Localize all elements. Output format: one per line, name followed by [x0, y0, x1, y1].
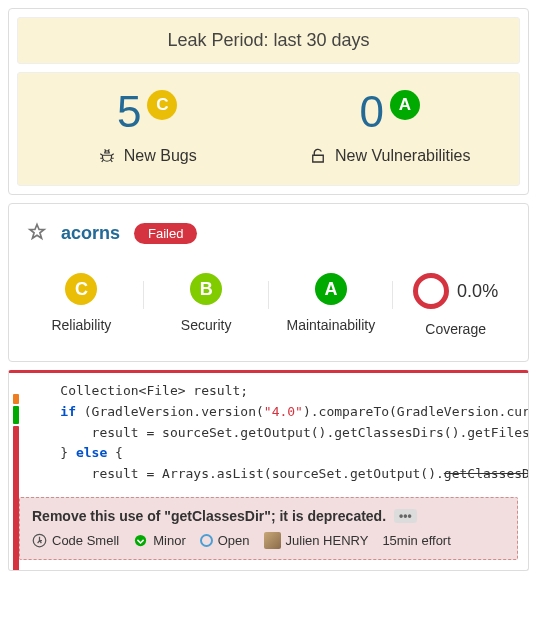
code-smell-icon — [32, 533, 47, 548]
new-vuln-count: 0 — [360, 87, 384, 137]
leak-period-card: Leak Period: last 30 days 5 C New Bugs 0… — [8, 8, 529, 195]
maintainability-metric[interactable]: A Maintainability — [269, 273, 394, 337]
maintainability-grade: A — [315, 273, 347, 305]
new-vulnerabilities-metric[interactable]: 0 A New Vulnerabilities — [269, 87, 512, 165]
quality-gate-status: Failed — [134, 223, 197, 244]
issue-severity[interactable]: Minor — [133, 533, 186, 548]
issue-message: Remove this use of "getClassesDir"; it i… — [32, 508, 386, 524]
new-vuln-grade: A — [390, 90, 420, 120]
new-bugs-count: 5 — [117, 87, 141, 137]
favorite-star-icon[interactable] — [27, 222, 47, 245]
avatar — [264, 532, 281, 549]
code-issue-panel: Collection<File> result; if (GradleVersi… — [8, 370, 529, 571]
status-open-icon — [200, 534, 213, 547]
leak-period-header: Leak Period: last 30 days — [17, 17, 520, 64]
coverage-ring-icon — [413, 273, 449, 309]
coverage-label: Coverage — [393, 321, 518, 337]
maintainability-label: Maintainability — [269, 317, 394, 333]
security-grade: B — [190, 273, 222, 305]
reliability-label: Reliability — [19, 317, 144, 333]
leak-period-body: 5 C New Bugs 0 A New Vulnerabilities — [17, 72, 520, 186]
project-card: acorns Failed C Reliability B Security A… — [8, 203, 529, 362]
issue-status[interactable]: Open — [200, 533, 250, 548]
coverage-value: 0.0% — [457, 281, 498, 302]
new-bugs-grade: C — [147, 90, 177, 120]
issue-type[interactable]: Code Smell — [32, 533, 119, 548]
security-metric[interactable]: B Security — [144, 273, 269, 337]
bug-icon — [98, 147, 116, 165]
source-code: Collection<File> result; if (GradleVersi… — [9, 373, 528, 493]
severity-minor-icon — [133, 533, 148, 548]
scm-gutter — [9, 376, 21, 570]
issue-more-button[interactable]: ••• — [394, 509, 417, 523]
new-bugs-metric[interactable]: 5 C New Bugs — [26, 87, 269, 165]
issue-assignee[interactable]: Julien HENRY — [264, 532, 369, 549]
new-vuln-label: New Vulnerabilities — [335, 147, 470, 165]
coverage-metric[interactable]: 0.0% Coverage — [393, 273, 518, 337]
reliability-metric[interactable]: C Reliability — [19, 273, 144, 337]
new-bugs-label: New Bugs — [124, 147, 197, 165]
project-name-link[interactable]: acorns — [61, 223, 120, 244]
issue-effort: 15min effort — [382, 533, 450, 548]
reliability-grade: C — [65, 273, 97, 305]
issue-box[interactable]: Remove this use of "getClassesDir"; it i… — [19, 497, 518, 560]
security-label: Security — [144, 317, 269, 333]
unlock-icon — [309, 147, 327, 165]
svg-point-1 — [135, 535, 146, 546]
